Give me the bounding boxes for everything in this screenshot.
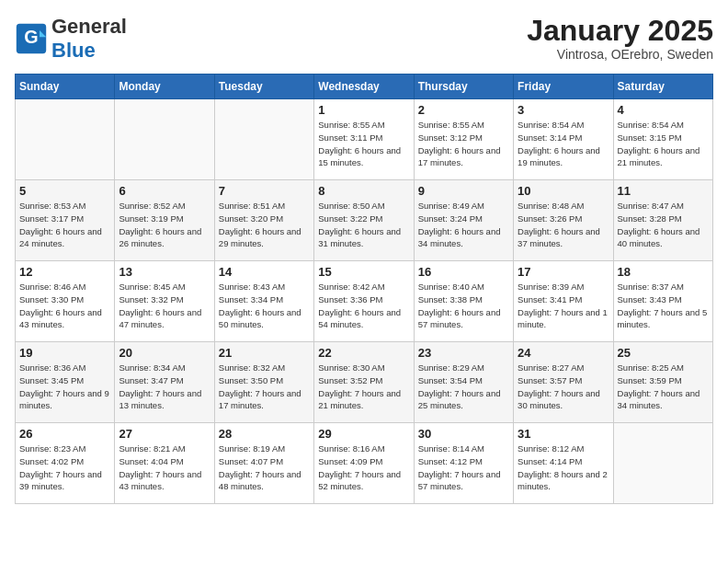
weekday-header: Friday (514, 75, 613, 99)
calendar-week-row: 1Sunrise: 8:55 AM Sunset: 3:11 PM Daylig… (16, 99, 713, 180)
calendar-day-cell: 5Sunrise: 8:53 AM Sunset: 3:17 PM Daylig… (16, 180, 115, 261)
day-info: Sunrise: 8:55 AM Sunset: 3:12 PM Dayligh… (418, 119, 509, 169)
day-number: 14 (219, 265, 310, 279)
day-info: Sunrise: 8:55 AM Sunset: 3:11 PM Dayligh… (318, 119, 409, 169)
day-number: 23 (418, 346, 509, 360)
calendar-day-cell: 10Sunrise: 8:48 AM Sunset: 3:26 PM Dayli… (514, 180, 613, 261)
day-number: 16 (418, 265, 509, 279)
day-number: 10 (518, 184, 609, 198)
day-number: 22 (318, 346, 409, 360)
calendar-week-row: 19Sunrise: 8:36 AM Sunset: 3:45 PM Dayli… (16, 342, 713, 423)
calendar-day-cell: 15Sunrise: 8:42 AM Sunset: 3:36 PM Dayli… (314, 261, 414, 342)
calendar-week-row: 5Sunrise: 8:53 AM Sunset: 3:17 PM Daylig… (16, 180, 713, 261)
day-info: Sunrise: 8:25 AM Sunset: 3:59 PM Dayligh… (618, 362, 709, 412)
calendar-day-cell: 3Sunrise: 8:54 AM Sunset: 3:14 PM Daylig… (514, 99, 613, 180)
calendar-day-cell: 14Sunrise: 8:43 AM Sunset: 3:34 PM Dayli… (214, 261, 313, 342)
day-number: 20 (119, 346, 210, 360)
day-number: 29 (318, 427, 409, 441)
calendar-day-cell: 28Sunrise: 8:19 AM Sunset: 4:07 PM Dayli… (214, 423, 313, 504)
day-number: 5 (19, 184, 110, 198)
day-number: 6 (119, 184, 210, 198)
calendar-week-row: 12Sunrise: 8:46 AM Sunset: 3:30 PM Dayli… (16, 261, 713, 342)
day-info: Sunrise: 8:16 AM Sunset: 4:09 PM Dayligh… (318, 442, 409, 493)
day-info: Sunrise: 8:53 AM Sunset: 3:17 PM Dayligh… (19, 200, 110, 250)
day-info: Sunrise: 8:51 AM Sunset: 3:20 PM Dayligh… (219, 200, 310, 250)
calendar-day-cell: 18Sunrise: 8:37 AM Sunset: 3:43 PM Dayli… (613, 261, 712, 342)
page-header: G General Blue January 2025 Vintrosa, OE… (15, 15, 713, 63)
calendar-day-cell: 26Sunrise: 8:23 AM Sunset: 4:02 PM Dayli… (16, 423, 115, 504)
calendar-day-cell: 20Sunrise: 8:34 AM Sunset: 3:47 PM Dayli… (115, 342, 214, 423)
calendar-day-cell: 16Sunrise: 8:40 AM Sunset: 3:38 PM Dayli… (414, 261, 513, 342)
weekday-header: Saturday (613, 75, 712, 99)
day-info: Sunrise: 8:19 AM Sunset: 4:07 PM Dayligh… (219, 442, 310, 493)
calendar-table: SundayMondayTuesdayWednesdayThursdayFrid… (15, 74, 713, 504)
calendar-day-cell (214, 99, 313, 180)
day-info: Sunrise: 8:48 AM Sunset: 3:26 PM Dayligh… (518, 200, 609, 250)
calendar-header: SundayMondayTuesdayWednesdayThursdayFrid… (16, 75, 713, 99)
logo-general-text: General (51, 15, 127, 38)
day-number: 8 (318, 184, 409, 198)
day-number: 24 (518, 346, 609, 360)
title-block: January 2025 Vintrosa, OErebro, Sweden (527, 15, 713, 62)
day-info: Sunrise: 8:32 AM Sunset: 3:50 PM Dayligh… (219, 362, 310, 412)
calendar-day-cell: 30Sunrise: 8:14 AM Sunset: 4:12 PM Dayli… (414, 423, 513, 504)
day-info: Sunrise: 8:40 AM Sunset: 3:38 PM Dayligh… (418, 281, 509, 331)
day-info: Sunrise: 8:23 AM Sunset: 4:02 PM Dayligh… (19, 442, 110, 493)
day-info: Sunrise: 8:50 AM Sunset: 3:22 PM Dayligh… (318, 200, 409, 250)
svg-text:G: G (24, 27, 38, 47)
day-number: 1 (318, 103, 409, 117)
calendar-day-cell (16, 99, 115, 180)
calendar-day-cell: 24Sunrise: 8:27 AM Sunset: 3:57 PM Dayli… (514, 342, 613, 423)
weekday-header: Monday (115, 75, 214, 99)
weekday-header: Thursday (414, 75, 513, 99)
calendar-day-cell: 19Sunrise: 8:36 AM Sunset: 3:45 PM Dayli… (16, 342, 115, 423)
logo-blue-text: Blue (51, 39, 96, 62)
calendar-day-cell: 29Sunrise: 8:16 AM Sunset: 4:09 PM Dayli… (314, 423, 414, 504)
month-title: January 2025 (527, 15, 713, 47)
day-number: 26 (19, 427, 110, 441)
day-info: Sunrise: 8:39 AM Sunset: 3:41 PM Dayligh… (518, 281, 609, 331)
weekday-header: Tuesday (214, 75, 313, 99)
calendar-day-cell: 1Sunrise: 8:55 AM Sunset: 3:11 PM Daylig… (314, 99, 414, 180)
logo: G General Blue (15, 15, 127, 63)
day-info: Sunrise: 8:34 AM Sunset: 3:47 PM Dayligh… (119, 362, 210, 412)
day-number: 7 (219, 184, 310, 198)
calendar-day-cell: 13Sunrise: 8:45 AM Sunset: 3:32 PM Dayli… (115, 261, 214, 342)
day-info: Sunrise: 8:54 AM Sunset: 3:14 PM Dayligh… (518, 119, 609, 169)
day-info: Sunrise: 8:52 AM Sunset: 3:19 PM Dayligh… (119, 200, 210, 250)
day-number: 30 (418, 427, 509, 441)
day-number: 31 (518, 427, 609, 441)
weekday-header: Wednesday (314, 75, 414, 99)
day-info: Sunrise: 8:14 AM Sunset: 4:12 PM Dayligh… (418, 442, 509, 493)
day-number: 17 (518, 265, 609, 279)
calendar-day-cell: 6Sunrise: 8:52 AM Sunset: 3:19 PM Daylig… (115, 180, 214, 261)
day-number: 19 (19, 346, 110, 360)
calendar-day-cell: 7Sunrise: 8:51 AM Sunset: 3:20 PM Daylig… (214, 180, 313, 261)
day-info: Sunrise: 8:36 AM Sunset: 3:45 PM Dayligh… (19, 362, 110, 412)
calendar-day-cell: 9Sunrise: 8:49 AM Sunset: 3:24 PM Daylig… (414, 180, 513, 261)
calendar-day-cell (613, 423, 712, 504)
calendar-day-cell: 11Sunrise: 8:47 AM Sunset: 3:28 PM Dayli… (613, 180, 712, 261)
location-subtitle: Vintrosa, OErebro, Sweden (527, 47, 713, 62)
day-info: Sunrise: 8:29 AM Sunset: 3:54 PM Dayligh… (418, 362, 509, 412)
day-number: 15 (318, 265, 409, 279)
calendar-day-cell: 21Sunrise: 8:32 AM Sunset: 3:50 PM Dayli… (214, 342, 313, 423)
day-number: 4 (618, 103, 709, 117)
day-number: 9 (418, 184, 509, 198)
day-info: Sunrise: 8:27 AM Sunset: 3:57 PM Dayligh… (518, 362, 609, 412)
calendar-day-cell: 12Sunrise: 8:46 AM Sunset: 3:30 PM Dayli… (16, 261, 115, 342)
calendar-day-cell: 27Sunrise: 8:21 AM Sunset: 4:04 PM Dayli… (115, 423, 214, 504)
day-info: Sunrise: 8:45 AM Sunset: 3:32 PM Dayligh… (119, 281, 210, 331)
day-number: 28 (219, 427, 310, 441)
calendar-day-cell: 2Sunrise: 8:55 AM Sunset: 3:12 PM Daylig… (414, 99, 513, 180)
day-info: Sunrise: 8:54 AM Sunset: 3:15 PM Dayligh… (618, 119, 709, 169)
calendar-day-cell (115, 99, 214, 180)
day-info: Sunrise: 8:49 AM Sunset: 3:24 PM Dayligh… (418, 200, 509, 250)
day-number: 27 (119, 427, 210, 441)
day-number: 3 (518, 103, 609, 117)
day-info: Sunrise: 8:46 AM Sunset: 3:30 PM Dayligh… (19, 281, 110, 331)
calendar-day-cell: 23Sunrise: 8:29 AM Sunset: 3:54 PM Dayli… (414, 342, 513, 423)
calendar-day-cell: 4Sunrise: 8:54 AM Sunset: 3:15 PM Daylig… (613, 99, 712, 180)
day-number: 18 (618, 265, 709, 279)
calendar-day-cell: 25Sunrise: 8:25 AM Sunset: 3:59 PM Dayli… (613, 342, 712, 423)
